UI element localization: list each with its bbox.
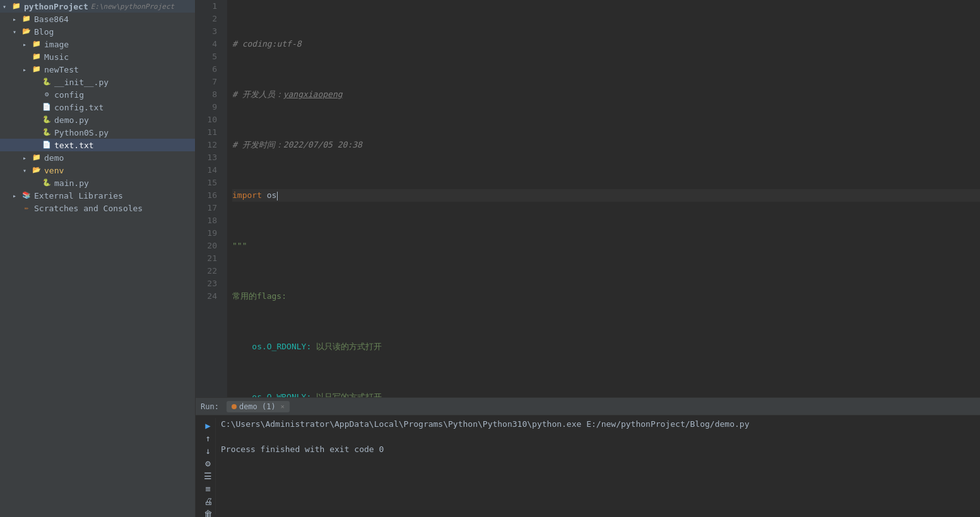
code-line-2: # 开发人员：yangxiaopeng	[232, 88, 980, 101]
line-num-23: 23	[196, 277, 222, 290]
sidebar-label: text.txt	[54, 141, 94, 150]
code-line-8: os.O_WRONLY: 以只写的方式打开	[232, 391, 980, 397]
run-tab-demo[interactable]: demo (1) ✕	[227, 401, 290, 412]
sidebar-item-PythonOS-py[interactable]: 🐍 Python0S.py	[0, 126, 195, 139]
sidebar-item-demo-py[interactable]: 🐍 demo.py	[0, 113, 195, 126]
sidebar-item-config[interactable]: ⚙ config	[0, 88, 195, 101]
code-area: 1 2 3 4 5 6 7 8 9 10 11 12 13 14 15 16 1	[196, 0, 980, 397]
code-line-4: import os	[232, 189, 980, 202]
sidebar-label: Base864	[34, 15, 69, 24]
line-num-16: 16	[196, 189, 222, 202]
line-num-2: 2	[196, 13, 222, 25]
py-icon: 🐍	[42, 77, 52, 87]
sidebar-item-config-txt[interactable]: 📄 config.txt	[0, 101, 195, 113]
console-output: Process finished with exit code 0	[221, 443, 975, 456]
line-num-24: 24	[196, 290, 222, 303]
folder-icon: 📁	[11, 1, 21, 11]
folder-open-icon: 📂	[21, 26, 32, 37]
run-tabs: Run: demo (1) ✕	[196, 398, 980, 415]
list-button[interactable]: ☰	[202, 471, 215, 481]
console-spacer	[221, 431, 975, 443]
line-num-4: 4	[196, 38, 222, 50]
sidebar: 📁 pythonProject E:\new\pythonProject 📁 B…	[0, 0, 196, 517]
project-path: E:\new\pythonProject	[91, 3, 174, 11]
line-num-10: 10	[196, 113, 222, 126]
line-num-12: 12	[196, 139, 222, 151]
code-line-1: # coding:utf-8	[232, 38, 980, 50]
folder-icon: 📁	[32, 39, 42, 49]
sidebar-label: image	[44, 40, 69, 49]
line-num-20: 20	[196, 240, 222, 252]
folder-icon: 📁	[21, 14, 32, 24]
arrow-external	[13, 192, 20, 199]
line-num-1: 1	[196, 0, 222, 13]
folder-icon: 📁	[32, 153, 42, 163]
sidebar-item-external-libraries[interactable]: 📚 External Libraries	[0, 189, 195, 202]
sidebar-label: venv	[44, 166, 64, 175]
bottom-panel: Run: demo (1) ✕ ▶ ↑ ↓ ⚙ ☰ ≡ 🖨 🗑	[196, 397, 980, 517]
sidebar-label: newTest	[44, 65, 79, 74]
sidebar-label: External Libraries	[34, 191, 123, 200]
line-num-17: 17	[196, 202, 222, 214]
sidebar-item-venv[interactable]: 📂 venv	[0, 164, 195, 177]
arrow-newTest	[23, 66, 30, 73]
line-num-22: 22	[196, 265, 222, 277]
line-num-19: 19	[196, 227, 222, 240]
run-tab-label: demo (1)	[239, 402, 276, 411]
sidebar-item-newTest[interactable]: 📁 newTest	[0, 63, 195, 76]
sidebar-label: demo	[44, 153, 64, 163]
py-icon: 🐍	[42, 178, 52, 188]
console-text-area: C:\Users\Administrator\AppData\Local\Pro…	[221, 418, 975, 514]
line-num-5: 5	[196, 50, 222, 63]
sidebar-label: pythonProject	[24, 2, 88, 11]
sidebar-item-scratches-consoles[interactable]: ✏ Scratches and Consoles	[0, 202, 195, 214]
sidebar-item-init-py[interactable]: 🐍 __init__.py	[0, 76, 195, 88]
sidebar-item-text-txt[interactable]: 📄 text.txt	[0, 139, 195, 151]
folder-icon: 📁	[32, 52, 42, 62]
print-button[interactable]: 🖨	[202, 496, 215, 506]
folder-open-icon: 📂	[32, 165, 42, 175]
line-num-7: 7	[196, 76, 222, 88]
console-tools: ▶ ↑ ↓ ⚙ ☰ ≡ 🖨 🗑	[201, 418, 216, 514]
code-line-3: # 开发时间：2022/07/05 20:38	[232, 139, 980, 151]
code-content[interactable]: # coding:utf-8 # 开发人员：yangxiaopeng # 开发时…	[227, 0, 980, 397]
line-numbers: 1 2 3 4 5 6 7 8 9 10 11 12 13 14 15 16 1	[196, 0, 227, 397]
code-line-5: """	[232, 240, 980, 252]
sidebar-label: demo.py	[54, 115, 89, 125]
line-num-6: 6	[196, 63, 222, 76]
sidebar-label: Scratches and Consoles	[34, 204, 143, 213]
run-button[interactable]: ▶	[202, 421, 215, 431]
config-icon: ⚙	[42, 90, 52, 100]
arrow-pythonProject	[3, 3, 10, 10]
arrow-Blog	[13, 28, 20, 35]
py-icon: 🐍	[42, 127, 52, 137]
sidebar-item-Blog[interactable]: 📂 Blog	[0, 25, 195, 38]
sidebar-label: main.py	[54, 178, 89, 188]
sidebar-item-Music[interactable]: 📁 Music	[0, 50, 195, 63]
code-line-7: os.O_RDONLY: 以只读的方式打开	[232, 340, 980, 353]
delete-button[interactable]: 🗑	[202, 509, 215, 517]
editor-scroll[interactable]: 1 2 3 4 5 6 7 8 9 10 11 12 13 14 15 16 1	[196, 0, 980, 397]
list2-button[interactable]: ≡	[202, 484, 215, 494]
code-line-6: 常用的flags:	[232, 290, 980, 303]
sidebar-item-Base864[interactable]: 📁 Base864	[0, 13, 195, 25]
sidebar-item-pythonProject[interactable]: 📁 pythonProject E:\new\pythonProject	[0, 0, 195, 13]
line-num-13: 13	[196, 151, 222, 164]
sidebar-item-demo[interactable]: 📁 demo	[0, 151, 195, 164]
line-num-8: 8	[196, 88, 222, 101]
up-button[interactable]: ↑	[202, 433, 215, 443]
down-button[interactable]: ↓	[202, 446, 215, 456]
txt-icon: 📄	[42, 140, 52, 150]
line-num-21: 21	[196, 252, 222, 265]
sidebar-label: config	[54, 90, 84, 100]
sidebar-item-image[interactable]: 📁 image	[0, 38, 195, 50]
sidebar-label: Python0S.py	[54, 128, 109, 137]
sidebar-item-main-py[interactable]: 🐍 main.py	[0, 177, 195, 189]
settings-button[interactable]: ⚙	[202, 458, 215, 468]
arrow-image	[23, 41, 30, 48]
console-cmd: C:\Users\Administrator\AppData\Local\Pro…	[221, 418, 975, 431]
run-tab-close[interactable]: ✕	[281, 403, 285, 410]
line-num-18: 18	[196, 214, 222, 227]
line-num-15: 15	[196, 177, 222, 189]
line-num-3: 3	[196, 25, 222, 38]
